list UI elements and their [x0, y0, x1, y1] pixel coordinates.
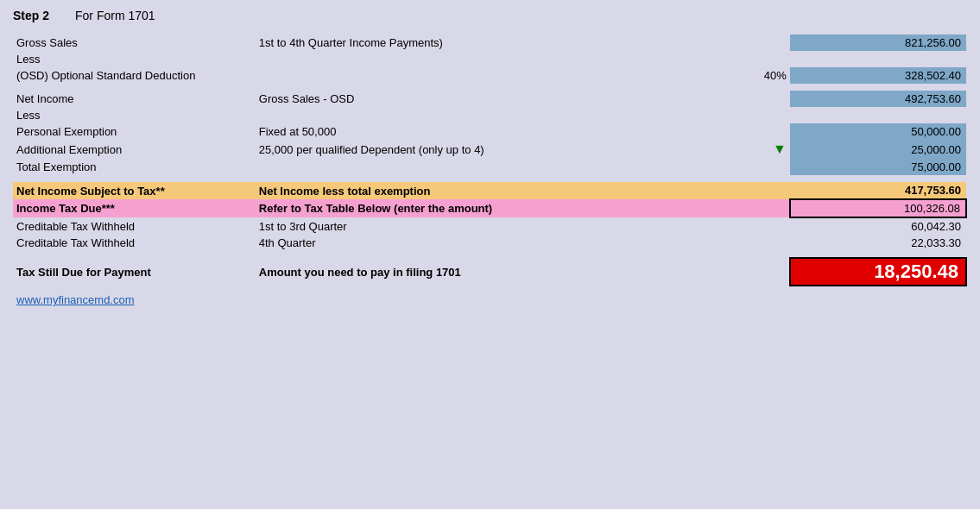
less1-label-pct: [730, 51, 790, 67]
creditable-tax1-label-desc: 1st to 3rd Quarter: [256, 217, 730, 235]
less1-label: Less: [13, 51, 966, 67]
step-label: Step 2: [13, 9, 49, 22]
net-income-tax-label-value: 417,753.60: [790, 182, 966, 199]
gross-sales-label-desc: 1st to 4th Quarter Income Payments): [256, 35, 730, 51]
tax-due-label-pct: [730, 258, 790, 286]
less1-label-value: [790, 51, 966, 67]
form-label: For Form 1701: [75, 9, 155, 22]
personal-exemption-label-value: 50,000.00: [790, 123, 966, 140]
less2-label: Less: [13, 107, 966, 123]
tax-due-label-desc: Amount you need to pay in filing 1701: [256, 258, 730, 286]
total-exemption-label-desc: [256, 159, 730, 175]
spacer-row: [13, 175, 966, 182]
creditable-tax2-label-desc: 4th Quarter: [256, 235, 730, 251]
net-income-tax-label-label: Net Income Subject to Tax**: [13, 182, 256, 199]
less2-label-value: [790, 107, 966, 123]
additional-exemption-label-desc: 25,000 per qualified Dependent (only up …: [256, 140, 730, 159]
income-tax-due-label-pct: [730, 199, 790, 217]
total-exemption-label: Total Exemption75,000.00: [13, 159, 966, 175]
less2-label-pct: [730, 107, 790, 123]
osd-label-pct: 40%: [730, 67, 790, 84]
osd-label-value: 328,502.40: [790, 67, 966, 84]
personal-exemption-label-pct: [730, 123, 790, 140]
less2-label-label: Less: [13, 107, 256, 123]
tax-due-label-label: Tax Still Due for Payment: [13, 258, 256, 286]
osd-label: (OSD) Optional Standard Deduction40%328,…: [13, 67, 966, 84]
personal-exemption-label-desc: Fixed at 50,000: [256, 123, 730, 140]
total-exemption-label-pct: [730, 159, 790, 175]
creditable-tax1-label-value: 60,042.30: [790, 217, 966, 235]
creditable-tax2-label-value: 22,033.30: [790, 235, 966, 251]
spacer-row: [13, 251, 966, 258]
creditable-tax2-label-pct: [730, 235, 790, 251]
personal-exemption-label: Personal ExemptionFixed at 50,00050,000.…: [13, 123, 966, 140]
net-income-label-label: Net Income: [13, 91, 256, 107]
net-income-tax-label-pct: [730, 182, 790, 199]
creditable-tax2-label-label: Creditable Tax Withheld: [13, 235, 256, 251]
less2-label-desc: [256, 107, 730, 123]
additional-exemption-label-label: Additional Exemption: [13, 140, 256, 159]
net-income-label-value: 492,753.60: [790, 91, 966, 107]
gross-sales-label-label: Gross Sales: [13, 35, 256, 51]
gross-sales-label-pct: [730, 35, 790, 51]
creditable-tax1-label-pct: [730, 217, 790, 235]
creditable-tax1-label-label: Creditable Tax Withheld: [13, 217, 256, 235]
net-income-tax-label: Net Income Subject to Tax**Net Income le…: [13, 182, 966, 199]
personal-exemption-label-label: Personal Exemption: [13, 123, 256, 140]
less1-label-desc: [256, 51, 730, 67]
gross-sales-label: Gross Sales1st to 4th Quarter Income Pay…: [13, 35, 966, 51]
gross-sales-label-value: 821,256.00: [790, 35, 966, 51]
income-tax-due-label-label: Income Tax Due***: [13, 199, 256, 217]
spacer-row: [13, 84, 966, 91]
net-income-label-desc: Gross Sales - OSD: [256, 91, 730, 107]
net-income-label: Net IncomeGross Sales - OSD492,753.60: [13, 91, 966, 107]
additional-exemption-label-pct: ▼: [730, 140, 790, 159]
tax-due-label-value: 18,250.48: [790, 258, 966, 286]
income-tax-due-label-desc: Refer to Tax Table Below (enter the amou…: [256, 199, 730, 217]
less1-label-label: Less: [13, 51, 256, 67]
income-tax-due-label: Income Tax Due***Refer to Tax Table Belo…: [13, 199, 966, 217]
tax-due-label: Tax Still Due for PaymentAmount you need…: [13, 258, 966, 286]
additional-exemption-label-value: 25,000.00: [790, 140, 966, 159]
income-tax-due-label-value: 100,326.08: [790, 199, 966, 217]
footer-link[interactable]: www.myfinancemd.com: [16, 293, 135, 306]
net-income-label-pct: [730, 91, 790, 107]
osd-label-desc: [256, 67, 730, 84]
osd-label-label: (OSD) Optional Standard Deduction: [13, 67, 256, 84]
creditable-tax1-label: Creditable Tax Withheld1st to 3rd Quarte…: [13, 217, 966, 235]
total-exemption-label-label: Total Exemption: [13, 159, 256, 175]
total-exemption-label-value: 75,000.00: [790, 159, 966, 175]
creditable-tax2-label: Creditable Tax Withheld4th Quarter22,033…: [13, 235, 966, 251]
additional-exemption-label: Additional Exemption25,000 per qualified…: [13, 140, 966, 159]
net-income-tax-label-desc: Net Income less total exemption: [256, 182, 730, 199]
